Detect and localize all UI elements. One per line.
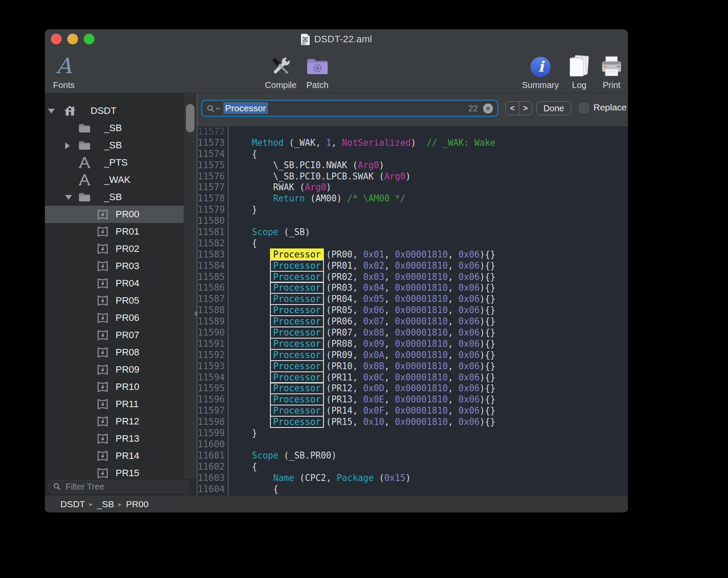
tree-item-pr09[interactable]: PR09 [45,361,184,378]
processor-icon [96,346,110,359]
log-label: Log [567,80,591,90]
log-pages-icon [567,54,591,79]
search-scope-control[interactable] [207,104,220,113]
line-number: 11602 [198,462,228,473]
tree-item-label: _SB [104,140,122,151]
tree-item-pr10[interactable]: PR10 [45,378,184,396]
line-number: 11600 [198,439,228,450]
tree-item-pr08[interactable]: PR08 [45,344,184,361]
chevron-down-icon [216,107,220,110]
done-button[interactable]: Done [537,101,571,115]
tree-item-label: PR08 [116,347,139,358]
tree-item-_wak[interactable]: _WAK [45,171,184,188]
sidebar-scrollbar[interactable] [184,93,197,478]
tree-item-pr02[interactable]: PR02 [45,240,184,258]
tree-item-dsdt[interactable]: DSDT [45,102,184,119]
breadcrumb-item-dsdt[interactable]: DSDT [60,499,85,509]
log-button[interactable]: Log [567,51,591,90]
sidebar-scrollbar-thumb[interactable] [186,104,195,132]
method-icon [78,173,91,187]
code-editor[interactable]: 1157211573115741157511576115771157811579… [198,126,628,496]
processor-icon [96,449,110,463]
tree-item-label: PR14 [116,450,139,462]
line-number: 11586 [198,283,228,294]
folder-icon [78,190,91,204]
tree-item-label: PR04 [116,278,139,289]
line-number: 11576 [198,171,228,182]
line-number: 11593 [198,361,228,372]
fonts-button[interactable]: A Fonts [53,51,75,90]
code-line: Processor (PR13, 0x0E, 0x00001810, 0x06)… [231,394,628,405]
tree-item-_pts[interactable]: _PTS [45,154,184,171]
tree-item-pr15[interactable]: PR15 [45,465,184,478]
tree-item-_sb[interactable]: _SB [45,137,184,154]
breadcrumb-item-_sb[interactable]: _SB [97,499,114,509]
tree-item-label: PR10 [116,381,139,393]
processor-icon [96,311,110,325]
line-number: 11572 [198,126,228,138]
breadcrumb-bar: DSDT▸_SB▸PR00 [45,495,628,512]
find-field[interactable]: Processor 22 × [201,100,499,117]
patch-button[interactable]: Patch [305,51,329,90]
disclosure-closed-icon[interactable] [65,142,70,149]
folder-icon [78,138,91,152]
compile-tools-icon [269,54,293,79]
tree-item-label: PR13 [116,433,139,444]
code-line: } [231,428,628,439]
toolbar: A Fonts Compile Patch Summary Log Pri [45,49,628,93]
tree-item-label: _WAK [104,174,131,185]
line-number: 11584 [198,261,228,272]
code-line: Processor (PR14, 0x0F, 0x00001810, 0x06)… [231,405,628,417]
line-number: 11575 [198,160,228,171]
print-button[interactable]: Print [600,51,623,90]
tree-item-pr04[interactable]: PR04 [45,275,184,292]
code-line: Processor (PR09, 0x0A, 0x00001810, 0x06)… [231,350,628,361]
tree-item-pr11[interactable]: PR11 [45,396,184,413]
summary-button[interactable]: Summary [522,51,559,90]
disclosure-open-icon[interactable] [48,109,55,113]
code-line: Processor (PR02, 0x03, 0x00001810, 0x06)… [231,272,628,283]
line-number: 11577 [198,182,228,193]
filter-tree-input[interactable] [65,481,184,492]
tree-item-_sb[interactable]: _SB [45,119,184,137]
filter-tree-field[interactable] [48,480,189,493]
tree-item-pr12[interactable]: PR12 [45,413,184,430]
tree-item-_sb[interactable]: _SB [45,188,184,206]
window-title-area: DSDT-22.aml [45,29,628,49]
home-icon [63,104,77,118]
code-line: Processor (PR11, 0x0C, 0x00001810, 0x06)… [231,372,628,383]
tree-item-pr05[interactable]: PR05 [45,292,184,309]
line-number: 11589 [198,316,228,327]
code-line: { [231,238,628,249]
filter-row [45,478,197,496]
find-match: Processor [271,294,323,304]
code-line: \_SB.PCI0.NWAK (Arg0) [231,160,628,171]
tree-item-label: PR05 [116,295,139,306]
line-number: 11590 [198,327,228,339]
tree-item-label: PR00 [116,209,139,220]
tree-item-pr07[interactable]: PR07 [45,327,184,344]
tree-item-pr06[interactable]: PR06 [45,309,184,327]
clear-search-button[interactable]: × [483,104,493,113]
find-match: Processor [271,261,323,271]
code-line: Processor (PR07, 0x08, 0x00001810, 0x06)… [231,327,628,339]
previous-match-button[interactable]: < [506,102,519,115]
replace-checkbox[interactable] [579,103,589,113]
breadcrumb-item-pr00[interactable]: PR00 [126,499,149,509]
search-input[interactable]: Processor [223,103,268,113]
tree-item-pr14[interactable]: PR14 [45,447,184,465]
tree-item-pr03[interactable]: PR03 [45,258,184,275]
tree-item-pr13[interactable]: PR13 [45,430,184,447]
disclosure-open-icon[interactable] [65,195,72,200]
next-match-button[interactable]: > [519,102,532,115]
compile-button[interactable]: Compile [265,51,296,90]
processor-icon [96,225,110,239]
tree-item-label: PR02 [116,243,139,254]
tree-item-pr01[interactable]: PR01 [45,223,184,240]
line-number: 11578 [198,193,228,204]
code-line: Processor (PR08, 0x09, 0x00001810, 0x06)… [231,339,628,350]
code-text: Method (_WAK, 1, NotSerialized) // _WAK:… [231,126,628,496]
tree-item-pr00[interactable]: PR00 [45,206,197,223]
find-match: Processor [271,361,323,371]
find-match: Processor [271,350,323,360]
